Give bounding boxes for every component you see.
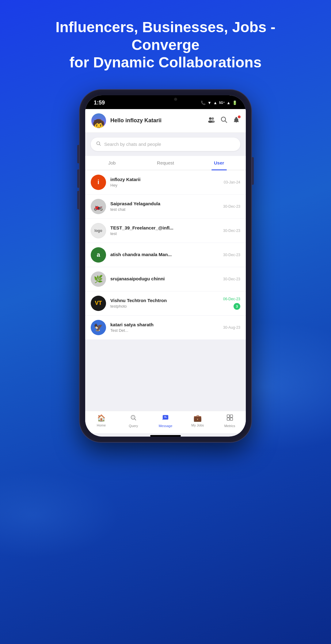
chat-item[interactable]: 🏍️ Saiprasad Yelagandula test chat 30-De… <box>85 195 246 219</box>
phone-notch <box>147 95 184 104</box>
tab-job[interactable]: Job <box>85 156 139 170</box>
svg-rect-13 <box>227 415 229 417</box>
chat-name: TEST_39_Freelancer_@infl... <box>110 225 219 230</box>
phone-mockup: 1:59 📞 ▼ ▲ 5G⁺ ▲ 🔋 Hello inflozy Katarii <box>80 90 251 442</box>
svg-line-7 <box>99 144 101 146</box>
nav-label-query: Query <box>129 424 138 428</box>
nav-label-message: Message <box>159 424 173 428</box>
unread-badge: 3 <box>234 303 240 310</box>
chat-avatar: VT <box>91 296 106 311</box>
metrics-icon <box>226 414 233 423</box>
chat-avatar: a <box>91 247 106 263</box>
nav-item-myjobs[interactable]: 💼 My Jobs <box>181 414 214 428</box>
chat-avatar: i <box>91 175 106 190</box>
chat-avatar: 🏍️ <box>91 199 106 214</box>
message-icon <box>162 414 169 423</box>
chat-meta: 03-Jan-24 <box>224 180 240 184</box>
notch-camera <box>174 98 177 101</box>
chat-time: 30-Dec-23 <box>223 229 240 233</box>
search-bar[interactable]: Search by chats and people <box>91 138 240 151</box>
nav-item-message[interactable]: Message <box>150 414 182 428</box>
chat-info: srujanasaipodugu chinni <box>110 276 219 282</box>
phone-frame: 1:59 📞 ▼ ▲ 5G⁺ ▲ 🔋 Hello inflozy Katarii <box>80 90 251 442</box>
chat-time: 30-Dec-23 <box>223 253 240 257</box>
chat-info: katari satya sharath Test Det... <box>110 322 219 333</box>
notification-icon[interactable] <box>233 116 240 125</box>
status-icons: 📞 ▼ ▲ 5G⁺ ▲ 🔋 <box>201 100 237 105</box>
chat-time: 03-Jan-24 <box>224 180 240 184</box>
nav-item-home[interactable]: 🏠 Home <box>85 414 117 428</box>
chat-meta: 06-Dec-23 3 <box>223 297 240 310</box>
nav-label-metrics: Metrics <box>224 424 235 428</box>
chat-meta: 30-Dec-23 <box>223 229 240 233</box>
chat-info: Vishnu Techtron Techtron testphoto <box>110 298 219 309</box>
chat-name: Vishnu Techtron Techtron <box>110 298 219 303</box>
chat-info: atish chandra manala Man... <box>110 252 219 258</box>
chat-preview: testphoto <box>110 304 219 309</box>
home-icon: 🏠 <box>97 414 105 422</box>
chat-preview: Hey <box>110 183 219 188</box>
svg-point-3 <box>211 120 215 123</box>
myjobs-icon: 💼 <box>193 414 202 422</box>
chat-item[interactable]: 🦅 katari satya sharath Test Det... 30-Au… <box>85 316 246 339</box>
vt-logo: VT <box>95 300 102 306</box>
search-container: Search by chats and people <box>85 133 246 156</box>
nav-label-home: Home <box>97 423 106 427</box>
tab-request[interactable]: Request <box>139 156 192 170</box>
chat-avatar: logo <box>91 223 106 238</box>
avatar-photo: 🌿 <box>91 271 106 287</box>
search-icon <box>96 141 101 147</box>
wifi-icon: ▼ <box>207 100 211 105</box>
chat-name: atish chandra manala Man... <box>110 252 219 257</box>
chat-item[interactable]: VT Vishnu Techtron Techtron testphoto 06… <box>85 291 246 316</box>
svg-rect-16 <box>230 418 232 420</box>
chat-name: katari satya sharath <box>110 322 219 327</box>
group-icon[interactable] <box>208 117 215 124</box>
header-greeting: Hello inflozy Katarii <box>110 117 204 124</box>
chat-meta: 30-Aug-23 <box>223 325 240 330</box>
search-placeholder: Search by chats and people <box>104 142 161 147</box>
phone-status-icon: 📞 <box>201 100 206 105</box>
phone-screen: 1:59 📞 ▼ ▲ 5G⁺ ▲ 🔋 Hello inflozy Katarii <box>85 95 246 437</box>
chat-item[interactable]: i inflozy Katarii Hey 03-Jan-24 <box>85 170 246 195</box>
home-indicator <box>150 435 181 437</box>
query-icon <box>130 414 137 423</box>
app-headline: Influencers, Businesses, Jobs - Converge… <box>0 0 331 84</box>
chat-time: 06-Dec-23 <box>223 297 240 301</box>
svg-point-0 <box>209 117 211 120</box>
chat-item[interactable]: 🌿 srujanasaipodugu chinni 30-Dec-23 <box>85 267 246 291</box>
chat-time: 30-Dec-23 <box>223 277 240 281</box>
chat-info: inflozy Katarii Hey <box>110 177 219 188</box>
bottom-nav: 🏠 Home Query <box>85 411 246 433</box>
notification-badge <box>238 116 241 118</box>
chat-avatar: 🌿 <box>91 271 106 287</box>
header-actions <box>208 116 240 125</box>
chat-list: i inflozy Katarii Hey 03-Jan-24 🏍️ <box>85 170 246 411</box>
chat-name: Saiprasad Yelagandula <box>110 201 219 206</box>
chat-item[interactable]: logo TEST_39_Freelancer_@infl... test 30… <box>85 219 246 243</box>
svg-line-9 <box>135 419 136 420</box>
chat-preview: test chat <box>110 207 219 212</box>
search-header-icon[interactable] <box>221 116 227 125</box>
5g-icon: 5G⁺ <box>219 101 225 104</box>
nav-label-myjobs: My Jobs <box>191 423 204 427</box>
chat-meta: 30-Dec-23 <box>223 253 240 257</box>
battery-icon: 🔋 <box>232 100 237 105</box>
tab-user[interactable]: User <box>192 156 246 170</box>
chat-info: Saiprasad Yelagandula test chat <box>110 201 219 212</box>
chat-item[interactable]: a atish chandra manala Man... 30-Dec-23 <box>85 243 246 267</box>
chat-name: srujanasaipodugu chinni <box>110 276 219 281</box>
signal2-icon: ▲ <box>226 100 230 105</box>
svg-point-11 <box>133 418 133 419</box>
avatar-photo: 🏍️ <box>91 199 106 214</box>
nav-item-metrics[interactable]: Metrics <box>214 414 246 428</box>
svg-rect-14 <box>230 415 232 417</box>
chat-preview: test <box>110 231 219 236</box>
user-avatar[interactable] <box>91 113 106 128</box>
status-time: 1:59 <box>94 100 105 106</box>
chat-meta: 30-Dec-23 <box>223 277 240 281</box>
avatar-photo: 🦅 <box>91 320 106 335</box>
nav-item-query[interactable]: Query <box>117 414 150 428</box>
chat-time: 30-Aug-23 <box>223 325 240 330</box>
chat-time: 30-Dec-23 <box>223 204 240 209</box>
